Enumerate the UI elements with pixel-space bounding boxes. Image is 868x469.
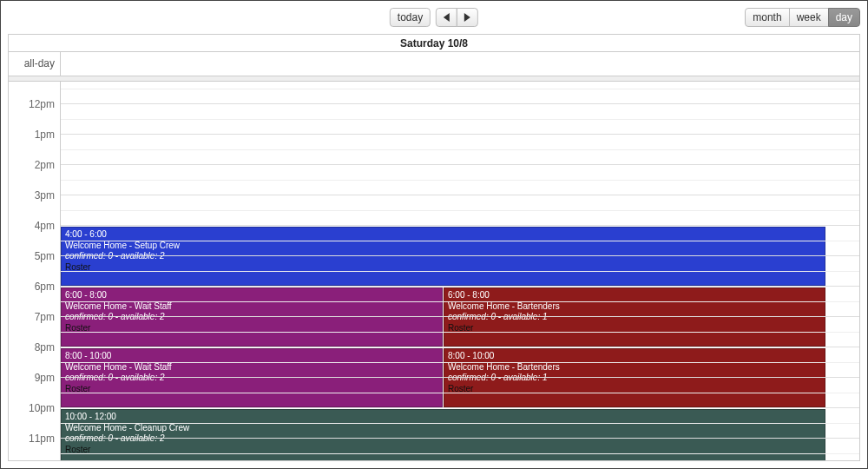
hour-row[interactable] xyxy=(61,135,859,165)
half-hour-line xyxy=(61,89,859,89)
chevron-left-icon xyxy=(444,13,450,22)
half-hour-line xyxy=(61,301,859,302)
hour-row[interactable] xyxy=(61,439,859,460)
view-day-button[interactable]: day xyxy=(828,8,860,27)
time-label: 10pm xyxy=(29,402,55,414)
hour-row[interactable] xyxy=(61,317,859,347)
half-hour-line xyxy=(61,210,859,211)
time-label: 12pm xyxy=(29,98,55,110)
date-header: Saturday 10/8 xyxy=(9,35,859,52)
hour-row[interactable] xyxy=(61,104,859,135)
half-hour-line xyxy=(61,241,859,241)
slot-column[interactable]: 4:00 - 6:00Welcome Home - Setup Crewconf… xyxy=(61,82,859,460)
hour-row[interactable] xyxy=(61,256,859,287)
view-switch-group: month week day xyxy=(745,8,860,27)
calendar-container: Saturday 10/8 all-day 12pm1pm2pm3pm4pm5p… xyxy=(8,34,860,461)
prev-button[interactable] xyxy=(436,8,457,27)
view-month-button[interactable]: month xyxy=(745,8,789,27)
hour-row[interactable] xyxy=(61,195,859,226)
half-hour-line xyxy=(61,332,859,333)
view-week-button[interactable]: week xyxy=(789,8,829,27)
time-label: 6pm xyxy=(35,281,55,293)
time-grid: 12pm1pm2pm3pm4pm5pm6pm7pm8pm9pm10pm11pm … xyxy=(9,82,859,460)
today-button[interactable]: today xyxy=(390,8,431,27)
time-axis: 12pm1pm2pm3pm4pm5pm6pm7pm8pm9pm10pm11pm xyxy=(9,82,61,460)
hour-row[interactable] xyxy=(61,408,859,439)
half-hour-line xyxy=(61,180,859,181)
hour-row[interactable] xyxy=(61,347,859,378)
nav-arrow-group xyxy=(436,8,478,27)
chevron-right-icon xyxy=(464,13,470,22)
half-hour-line xyxy=(61,453,859,454)
hour-row[interactable] xyxy=(61,287,859,317)
toolbar-center-group: today xyxy=(390,8,478,27)
half-hour-line xyxy=(61,423,859,424)
hour-row[interactable] xyxy=(61,226,859,256)
time-label: 2pm xyxy=(35,159,55,171)
allday-label: all-day xyxy=(9,52,61,76)
half-hour-line xyxy=(61,119,859,120)
calendar-toolbar: today month week day xyxy=(1,1,867,30)
time-label: 9pm xyxy=(35,372,55,384)
allday-cell[interactable] xyxy=(61,52,859,76)
hour-row[interactable] xyxy=(61,82,859,104)
time-label: 1pm xyxy=(35,129,55,141)
time-label: 11pm xyxy=(29,433,55,445)
time-label: 5pm xyxy=(35,250,55,262)
next-button[interactable] xyxy=(457,8,478,27)
time-label: 7pm xyxy=(35,311,55,323)
half-hour-line xyxy=(61,149,859,150)
time-label: 4pm xyxy=(35,220,55,232)
half-hour-line xyxy=(61,362,859,363)
hour-row[interactable] xyxy=(61,378,859,408)
time-label: 3pm xyxy=(35,189,55,201)
allday-row: all-day xyxy=(9,52,859,76)
hour-row[interactable] xyxy=(61,165,859,195)
app-frame: today month week day Saturday 10/8 all-d… xyxy=(0,0,868,469)
half-hour-line xyxy=(61,393,859,393)
time-label: 8pm xyxy=(35,341,55,353)
half-hour-line xyxy=(61,271,859,272)
